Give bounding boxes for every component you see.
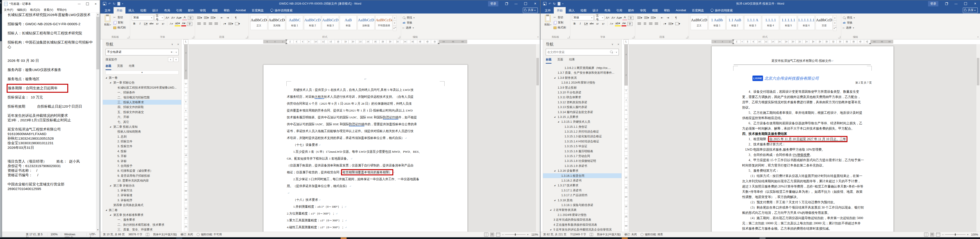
proofing-icon[interactable] (146, 233, 149, 236)
proofing-icon[interactable] (590, 233, 593, 236)
heading-item[interactable]: ◢ 1.3.16.2 承诺书 (543, 178, 622, 183)
styles-gallery-more-icon[interactable]: ▼▔ (393, 26, 396, 31)
accessibility-status[interactable]: 辅助功能: 不可用 (201, 233, 222, 236)
nav-collapse-icon[interactable]: ∨ (611, 43, 613, 46)
tell-me-search[interactable]: 操作说明搜索 (707, 7, 735, 13)
nav-tab[interactable]: 结果 (129, 64, 135, 70)
clear-formatting-button[interactable]: A (622, 15, 627, 21)
search-icon[interactable] (609, 50, 614, 54)
heading-item[interactable]: ◢ 1.3.6.2.1 网页查阅截屏（http://cx.... (543, 65, 622, 70)
expand-arrow-icon[interactable]: ◢ (550, 207, 551, 212)
ribbon-tab[interactable]: 绘图 (137, 7, 149, 13)
ribbon-tab[interactable]: 审阅 (637, 7, 649, 13)
heading-item[interactable]: ◢ 7. 合同授予 (103, 163, 181, 168)
grow-font-button[interactable]: A˄ (165, 15, 170, 20)
highlight-color-button[interactable]: ab▾ (615, 21, 620, 26)
select-button[interactable]: ▷选择▾ (402, 25, 428, 30)
text-effects-button[interactable]: A▾ (169, 21, 174, 26)
heading-item[interactable]: ◢ 三、投标人资格要求 (103, 100, 181, 105)
styles-scroll-up-icon[interactable]: ▲ (393, 15, 396, 21)
style-card[interactable]: AaBbCcDd 无间隔 (268, 15, 285, 30)
expand-arrow-icon[interactable]: ◢ (554, 115, 555, 119)
heading-item[interactable]: ◢ 二、执行的技术规范标准、技术要求 (103, 222, 181, 227)
line-spacing-button[interactable]: ↕▾ (662, 21, 667, 26)
track-changes-indicator[interactable]: 修订: 关闭 (180, 233, 193, 236)
copy-button[interactable]: 复制 (554, 20, 566, 25)
notepad-scrollbar[interactable]: ▲ ▼ (96, 13, 100, 232)
heading-item[interactable]: ◢ 1.3.10 不分包承诺 (543, 90, 622, 95)
read-mode-icon[interactable] (924, 233, 928, 236)
style-card[interactable]: 1.1.1.1.1 标题 5 (780, 15, 797, 30)
heading-item[interactable]: ◢ 9. 是否采用电子招标投标 (103, 173, 181, 178)
format-painter-button[interactable]: 格式刷 (113, 25, 126, 30)
align-right-button[interactable] (208, 21, 213, 26)
heading-item[interactable]: ◢ 1.3.15.1.3 硫化氢培训合格证 (543, 134, 622, 139)
next-result-icon[interactable]: ∨ (173, 57, 178, 62)
nav-close-icon[interactable]: × (177, 43, 179, 46)
heading-item[interactable]: ◢ 1.3.15.1.6 履历明细表 (543, 149, 622, 154)
minimize-button[interactable]: — (75, 0, 83, 7)
dialog-launcher-icon[interactable] (192, 36, 194, 38)
tab-stop-selector[interactable]: L (183, 39, 188, 45)
save-icon[interactable] (103, 2, 106, 5)
heading-item[interactable]: ◢ 第三章 评标办法 (103, 183, 181, 188)
bullets-button[interactable]: ▾ (637, 15, 643, 20)
align-left-button[interactable] (637, 21, 642, 26)
heading-item[interactable]: ◢ 4. 投标 (103, 149, 181, 154)
scrollbar-thumb[interactable] (96, 17, 99, 69)
heading-item[interactable]: ◢ 四、招标文件的获取 (103, 105, 181, 110)
heading-item[interactable]: ◢ 投标人须知前附表 (103, 129, 181, 134)
menu-item[interactable]: 格式(O) (29, 7, 42, 12)
style-card[interactable]: AaBbCcD 标题 2 (304, 15, 321, 30)
horizontal-ruler[interactable]: 642 246810121416182022242628303234363840… (263, 39, 467, 44)
character-border-button[interactable]: 字 (627, 22, 633, 26)
share-button[interactable]: 共享▾ (523, 8, 538, 13)
zoom-percentage[interactable]: 110% (530, 233, 538, 236)
document-text[interactable]: 关键技术人员：提供至少 1 名技术人员，自有人员外聘人员均可,具有 5 年及以上… (287, 86, 440, 231)
dialog-launcher-icon[interactable] (127, 36, 129, 38)
align-left-button[interactable] (197, 21, 202, 26)
heading-item[interactable]: ◢ 1.3.15.1 关键技术人员 (543, 119, 622, 124)
find-button[interactable]: 查找▾ (843, 16, 868, 20)
bold-button[interactable]: B (572, 21, 577, 26)
ribbon-tab[interactable]: Acrobat (673, 7, 689, 13)
strikethrough-button[interactable]: abc (149, 21, 154, 26)
heading-item[interactable]: ◢ 1.3.15.1.2 井控培训合格证 (543, 129, 622, 134)
right-indent-marker[interactable] (869, 41, 871, 44)
text-effects-button[interactable]: A▾ (609, 21, 614, 26)
dialog-launcher-icon[interactable] (246, 36, 248, 38)
document-page[interactable]: ↵ 关键技术人员：提供至少 1 名技术人员，自有人员外聘人员均可,具有 5 年及… (263, 65, 468, 232)
multilevel-list-button[interactable]: ▾ (651, 15, 656, 20)
heading-item[interactable]: ◢ 5 近年发生的诉讼及仲裁情况及企业信誉情况 (543, 227, 622, 232)
scrollbar-thumb[interactable] (536, 58, 539, 85)
notepad-text-area[interactable]: 长城钻探工程技术研究院2026年度秘鲁LWD仪器技术招标编号：GWDC-NB-2… (2, 13, 96, 232)
ribbon-tab[interactable]: 插入 (126, 7, 137, 13)
style-card[interactable]: AaB 标题 (340, 15, 356, 30)
hanging-indent-marker[interactable] (285, 41, 288, 44)
ribbon-tab[interactable]: 文件 (542, 7, 554, 13)
ribbon-tab[interactable]: 帮助 (221, 7, 232, 13)
accessibility-status[interactable]: 辅助功能: 调查 (645, 233, 663, 236)
numbering-button[interactable]: ▾ (204, 15, 210, 20)
format-painter-button[interactable]: 格式刷 (554, 25, 566, 30)
nav-close-icon[interactable]: × (617, 43, 619, 46)
pilcrow-button[interactable]: ¶ (234, 15, 238, 20)
heading-item[interactable]: ◢ 1.3.18.1 保险与赔偿承诺 (543, 202, 622, 207)
shading-button[interactable]: ▾ (228, 21, 234, 26)
style-card[interactable]: AaBbCcD 标题 3 (322, 15, 339, 30)
subscript-button[interactable]: x2 (155, 21, 160, 26)
vertical-ruler[interactable]: 42 246810121416182022242628303234 (183, 44, 188, 232)
expand-arrow-icon[interactable]: ◢ (105, 75, 107, 80)
italic-button[interactable]: I (578, 21, 582, 26)
expand-arrow-icon[interactable]: ◢ (550, 227, 551, 232)
font-name-combo[interactable]: 宋体▾ (572, 15, 593, 21)
phonetic-guide-button[interactable]: 文 (188, 16, 193, 20)
menu-item[interactable]: 编辑(E) (15, 7, 29, 12)
style-card[interactable]: AaBbCcD 正文 (690, 15, 708, 30)
undo-icon[interactable]: ↶ (108, 2, 111, 5)
heading-item[interactable]: ◢ 2.1 2024年度审计报告 (543, 212, 622, 217)
nav-search-input[interactable] (546, 51, 609, 54)
cut-button[interactable]: ✂剪切 (554, 15, 566, 20)
heading-item[interactable]: ◢ 1.3.7 质量、生产安全事故和突发环境事件... (543, 70, 622, 75)
document-text[interactable]: 4、设备交付现场后，若因设计变更等原因致使甲方所需设备类型、数量发生变↵更，需要… (742, 89, 867, 231)
